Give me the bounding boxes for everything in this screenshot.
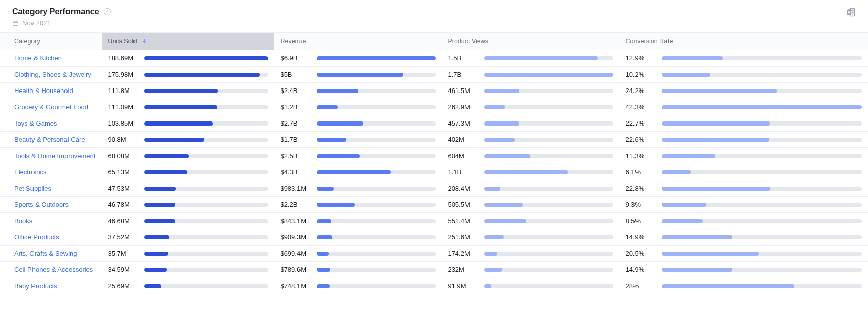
metric-value: 91.9M xyxy=(448,282,477,290)
table-row: Arts, Crafts & Sewing35.7M$699.4M174.2M2… xyxy=(0,246,868,262)
calendar-icon xyxy=(12,20,19,26)
metric-value: $748.1M xyxy=(280,282,310,290)
metric-value: 22.6% xyxy=(625,136,655,143)
metric-cell: 505.5M xyxy=(448,201,613,208)
table-header-row: Category Units Sold Revenue Product View… xyxy=(0,33,868,50)
metric-cell: 9.3% xyxy=(625,201,862,208)
table-row: Books46.68M$843.1M551.4M8.5% xyxy=(0,213,868,229)
metric-value: 34.59M xyxy=(108,266,137,273)
bar-fill xyxy=(662,187,770,191)
bar-track xyxy=(484,105,613,109)
metric-cell: $2.5B xyxy=(280,152,436,160)
table-row: Office Products37.52M$909.3M251.6M14.9% xyxy=(0,229,868,246)
bar-track xyxy=(144,89,268,93)
bar-fill xyxy=(662,105,862,109)
bar-fill xyxy=(484,187,500,191)
bar-track xyxy=(662,170,862,174)
category-link[interactable]: Health & Household xyxy=(14,87,73,95)
bar-track xyxy=(484,235,613,239)
metric-value: 402M xyxy=(448,136,477,143)
table-row: Baby Products25.69M$748.1M91.9M28% xyxy=(0,278,868,294)
col-header-product-views[interactable]: Product Views xyxy=(442,33,619,50)
metric-cell: 14.9% xyxy=(625,266,862,273)
bar-fill xyxy=(317,154,360,158)
bar-fill xyxy=(317,121,363,126)
metric-value: $2.7B xyxy=(280,119,310,127)
metric-cell: 111.09M xyxy=(108,103,268,111)
col-header-category[interactable]: Category xyxy=(0,33,102,50)
metric-cell: 461.5M xyxy=(448,87,613,95)
metric-cell: 25.69M xyxy=(108,282,268,290)
bar-fill xyxy=(484,219,526,223)
metric-cell: 6.1% xyxy=(625,168,862,176)
category-link[interactable]: Tools & Home Improvement xyxy=(14,152,95,160)
bar-fill xyxy=(484,121,519,126)
metric-cell: 11.3% xyxy=(625,152,862,160)
metric-value: $909.3M xyxy=(280,233,310,241)
metric-cell: 47.53M xyxy=(108,185,268,192)
export-excel-button[interactable] xyxy=(846,7,856,17)
category-link[interactable]: Grocery & Gourmet Food xyxy=(14,103,88,111)
metric-cell: 91.9M xyxy=(448,282,613,290)
metric-cell: 174.2M xyxy=(448,250,613,257)
table-row: Home & Kitchen188.69M$6.9B1.5B12.9% xyxy=(0,50,868,67)
bar-fill xyxy=(144,252,168,256)
info-icon[interactable]: i xyxy=(104,8,111,15)
bar-track xyxy=(484,121,613,126)
bar-track xyxy=(662,252,862,256)
bar-track xyxy=(317,284,436,288)
bar-track xyxy=(484,219,613,223)
metric-cell: 20.5% xyxy=(625,250,862,257)
metric-cell: 1.7B xyxy=(448,71,613,78)
metric-value: 22.7% xyxy=(625,119,655,127)
category-link[interactable]: Office Products xyxy=(14,233,59,241)
category-link[interactable]: Toys & Games xyxy=(14,119,57,127)
metric-cell: 262.9M xyxy=(448,103,613,111)
table-row: Clothing, Shoes & Jewelry175.98M$5B1.7B1… xyxy=(0,67,868,83)
metric-cell: 46.78M xyxy=(108,201,268,208)
metric-value: 14.9% xyxy=(625,266,655,273)
bar-track xyxy=(662,89,862,93)
metric-cell: 251.6M xyxy=(448,233,613,241)
bar-fill xyxy=(662,252,759,256)
metric-cell: 22.7% xyxy=(625,119,862,127)
panel-title: Category Performance xyxy=(12,7,99,16)
col-header-revenue[interactable]: Revenue xyxy=(274,33,442,50)
metric-cell: 232M xyxy=(448,266,613,273)
bar-fill xyxy=(317,235,332,239)
metric-cell: 604M xyxy=(448,152,613,160)
metric-value: $6.9B xyxy=(280,54,310,62)
bar-track xyxy=(662,154,862,158)
metric-cell: $2.4B xyxy=(280,87,436,95)
bar-fill xyxy=(484,284,491,288)
category-link[interactable]: Arts, Crafts & Sewing xyxy=(14,250,77,257)
bar-fill xyxy=(662,121,769,126)
metric-cell: $843.1M xyxy=(280,217,436,225)
metric-value: $1.7B xyxy=(280,136,310,143)
bar-fill xyxy=(484,105,504,109)
category-link[interactable]: Home & Kitchen xyxy=(14,54,62,62)
bar-fill xyxy=(317,203,355,207)
table-row: Beauty & Personal Care90.8M$1.7B402M22.6… xyxy=(0,132,868,148)
category-link[interactable]: Clothing, Shoes & Jewelry xyxy=(14,71,91,78)
category-link[interactable]: Beauty & Personal Care xyxy=(14,136,85,143)
category-link[interactable]: Pet Supplies xyxy=(14,185,51,192)
table-row: Grocery & Gourmet Food111.09M$1.2B262.9M… xyxy=(0,99,868,115)
category-link[interactable]: Baby Products xyxy=(14,282,57,290)
metric-value: 208.4M xyxy=(448,185,477,192)
bar-track xyxy=(144,284,268,288)
metric-value: 232M xyxy=(448,266,477,273)
date-range[interactable]: Nov 2021 xyxy=(12,19,111,27)
col-header-conversion-rate[interactable]: Conversion Rate xyxy=(619,33,868,50)
bar-fill xyxy=(317,138,346,142)
category-link[interactable]: Electronics xyxy=(14,168,47,176)
bar-track xyxy=(317,56,436,60)
col-header-units-sold[interactable]: Units Sold xyxy=(102,33,274,50)
bar-track xyxy=(144,268,268,272)
bar-track xyxy=(484,187,613,191)
category-link[interactable]: Cell Phones & Accessories xyxy=(14,266,93,273)
bar-fill xyxy=(662,170,691,174)
bar-fill xyxy=(662,89,776,93)
category-link[interactable]: Books xyxy=(14,217,32,225)
category-link[interactable]: Sports & Outdoors xyxy=(14,201,69,208)
